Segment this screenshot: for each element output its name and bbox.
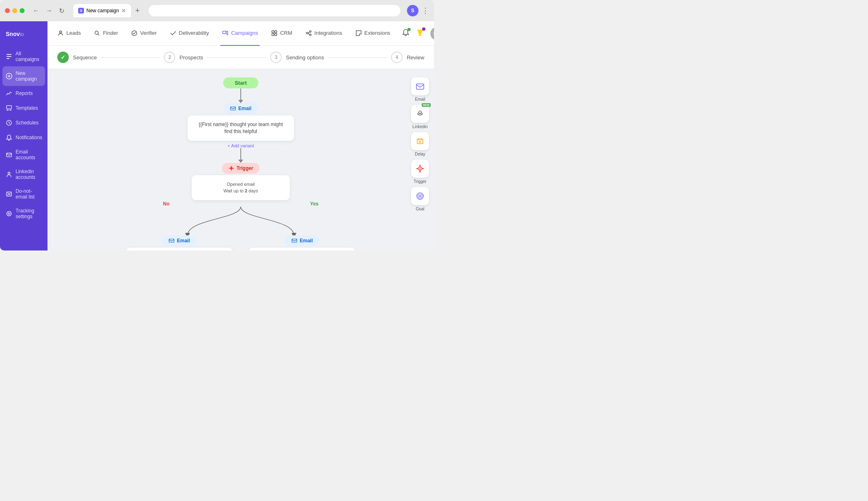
svg-rect-20 <box>275 34 277 36</box>
nav-crm-label: CRM <box>280 30 292 36</box>
nav-item-integrations[interactable]: Integrations <box>304 21 344 46</box>
email-node-right-label: Email <box>300 238 313 244</box>
svg-rect-29 <box>416 84 424 89</box>
svg-point-9 <box>8 172 10 174</box>
sidebar-item-templates[interactable]: Templates <box>0 101 47 115</box>
reload-button[interactable]: ↻ <box>57 5 66 16</box>
trigger-card[interactable]: Opened email Wait up to 2 days <box>192 175 290 200</box>
active-tab[interactable]: S New campaign ✕ <box>73 4 131 17</box>
nav-item-finder[interactable]: Finder <box>92 21 120 46</box>
new-tab-button[interactable]: + <box>133 7 142 15</box>
integrations-icon <box>305 30 312 36</box>
step-connector-2 <box>207 57 266 58</box>
svg-rect-8 <box>7 153 11 157</box>
svg-point-14 <box>95 31 98 34</box>
nav-campaigns-label: Campaigns <box>231 30 258 36</box>
notification-button[interactable] <box>402 29 410 38</box>
step-1-label: Sequence <box>73 54 97 61</box>
sidebar-item-linkedin-accounts[interactable]: Linkedin accounts <box>0 165 47 184</box>
svg-rect-16 <box>223 31 226 34</box>
user-avatar[interactable]: MK <box>430 27 434 40</box>
fullscreen-dot[interactable] <box>20 8 25 13</box>
linkedin-tool-wrap: NEW <box>411 105 429 123</box>
step-3-label: Sending options <box>286 54 324 61</box>
step-sending-options[interactable]: 3 Sending options <box>270 52 324 63</box>
trigger-opened: Opened email <box>200 181 282 188</box>
add-variant-1[interactable]: + Add variant <box>228 143 254 148</box>
close-dot[interactable] <box>5 8 10 13</box>
trophy-button[interactable] <box>416 28 425 39</box>
svg-point-22 <box>310 31 311 32</box>
trigger-tool-button[interactable] <box>411 160 429 178</box>
email-tool-icon <box>416 82 425 91</box>
nav-leads-label: Leads <box>66 30 81 36</box>
right-toolbar: Email NEW Linkedin Delay <box>411 77 429 211</box>
tool-item-trigger[interactable]: Trigger <box>411 160 429 184</box>
trigger-node[interactable]: Trigger <box>222 163 260 174</box>
sidebar-item-schedules-label: Schedules <box>16 120 38 126</box>
tool-item-email[interactable]: Email <box>411 77 429 102</box>
nav-item-verifier[interactable]: Verifier <box>129 21 158 46</box>
nav-item-campaigns[interactable]: Campaigns <box>220 21 260 46</box>
step-prospects[interactable]: 2 Prospects <box>164 52 203 63</box>
notification-dot <box>407 28 411 31</box>
crm-icon <box>271 30 278 36</box>
email-card-left[interactable]: Hey {{First name}}, were you able to che… <box>126 248 233 250</box>
nav-integrations-label: Integrations <box>314 30 342 36</box>
sidebar-item-tracking-settings[interactable]: Tracking settings <box>0 204 47 223</box>
arrow-2 <box>238 160 243 163</box>
email-card-right[interactable]: Bet {{company_name}} would benefit from … <box>249 248 355 250</box>
schedules-icon <box>6 120 12 126</box>
email-card-1[interactable]: {{First name}} thought your team might f… <box>188 115 294 141</box>
minimize-dot[interactable] <box>12 8 17 13</box>
linkedin-tool-button[interactable] <box>411 105 429 123</box>
nav-item-deliverability[interactable]: Deliverability <box>168 21 211 46</box>
trophy-dot <box>422 27 425 31</box>
verifier-icon <box>131 30 138 36</box>
campaigns-nav-icon <box>222 30 228 36</box>
browser-menu-button[interactable]: ⋮ <box>422 6 429 15</box>
email-node-1[interactable]: Email <box>224 103 258 114</box>
arrow-1 <box>238 100 243 103</box>
goal-tool-button[interactable] <box>411 187 429 205</box>
delay-tool-button[interactable] <box>411 132 429 150</box>
email-node-left[interactable]: Email <box>162 235 197 246</box>
tool-item-delay[interactable]: Delay <box>411 132 429 156</box>
connector-1 <box>240 88 241 100</box>
extensions-icon <box>355 30 362 36</box>
templates-icon <box>6 105 12 111</box>
main-content: Leads Finder Verifier Deliverability Cam… <box>47 21 434 250</box>
forward-button[interactable]: → <box>44 5 54 16</box>
branch-left: Email Hey {{First name}}, were you able … <box>126 235 233 250</box>
start-label: Start <box>235 80 247 86</box>
tab-close-button[interactable]: ✕ <box>121 8 126 14</box>
svg-rect-27 <box>169 239 174 242</box>
nav-item-crm[interactable]: CRM <box>269 21 294 46</box>
step-2-label: Prospects <box>179 54 203 61</box>
sidebar-item-email-accounts[interactable]: Email accounts <box>0 145 47 165</box>
back-button[interactable]: ← <box>31 5 41 16</box>
leads-icon <box>57 30 64 36</box>
sidebar-item-all-campaigns[interactable]: All campaigns <box>0 47 47 66</box>
tool-item-linkedin[interactable]: NEW Linkedin <box>411 105 429 129</box>
address-bar[interactable] <box>149 5 400 16</box>
email-tool-button[interactable] <box>411 77 429 95</box>
sidebar-item-schedules[interactable]: Schedules <box>0 115 47 130</box>
nav-item-extensions[interactable]: Extensions <box>354 21 392 46</box>
tool-item-goal[interactable]: Goal <box>411 187 429 211</box>
sidebar-item-do-not-email[interactable]: Do-not-email list <box>0 184 47 204</box>
email-node-right[interactable]: Email <box>285 235 319 246</box>
svg-point-23 <box>310 34 311 36</box>
tab-favicon: S <box>78 8 84 14</box>
sidebar-item-new-campaign[interactable]: New campaign <box>2 66 45 86</box>
branch-labels: No Yes <box>163 201 319 207</box>
sidebar-item-reports[interactable]: Reports <box>0 86 47 101</box>
sidebar-item-notifications[interactable]: Notifications <box>0 130 47 145</box>
svg-rect-1 <box>7 56 11 57</box>
svg-point-11 <box>7 212 11 216</box>
trigger-icon <box>228 165 234 171</box>
nav-item-leads[interactable]: Leads <box>56 21 82 46</box>
finder-icon <box>94 30 100 36</box>
step-review[interactable]: 4 Review <box>391 52 424 63</box>
trigger-node-label: Trigger <box>237 165 253 171</box>
